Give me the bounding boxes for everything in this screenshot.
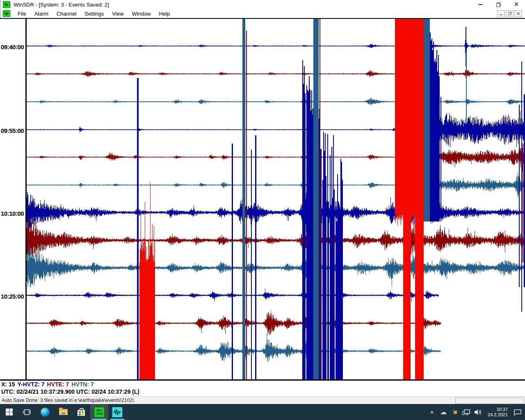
minimize-icon [478,4,483,5]
time-label: 10:10:00 [1,210,24,217]
edge-browser-button[interactable] [36,404,54,420]
menu-bar: FileAlarmChannelSettingsViewWindowHelp ✕ [0,9,525,18]
utc-time-line: UTC: 02/24/21 10:37:29.900 UTC: 02/24 10… [1,388,525,395]
channel-status-hvtz: HVTZ: 7 [23,381,45,388]
mdi-minimize-button[interactable] [497,10,505,17]
chevron-up-icon: ^ [430,410,434,416]
cursor-y-prefix: Y- [17,381,23,388]
winsdr-app-icon [3,1,10,8]
time-label: 09:55:00 [1,127,24,134]
windows-logo-icon [6,409,13,415]
seismogram-canvas[interactable] [27,19,525,379]
close-icon: ✕ [514,1,519,8]
menu-item-settings[interactable]: Settings [80,10,108,18]
file-explorer-button[interactable] [54,404,72,420]
menu-item-view[interactable]: View [108,10,128,18]
edge-icon [41,408,50,417]
time-gutter: 09:40:0009:55:0010:10:0010:25:00 [0,19,25,379]
mdi-minimize-icon [500,14,502,15]
start-button[interactable] [0,404,18,420]
menu-items: FileAlarmChannelSettingsViewWindowHelp [14,10,174,18]
cursor-status-line: X: 15Y-HVTZ: 7HVTE: 7HVTN: 7 [1,381,525,388]
waveform-app-button[interactable] [108,404,126,420]
clock-date: 24.2.2021 [488,412,508,418]
mdi-child-icon[interactable] [3,10,10,17]
time-label: 10:25:00 [1,293,24,300]
title-bar: WinSDR - [System: 3 - Events Saved: 2] ✕ [0,0,525,9]
channel-status-hvtn: HVTN: 7 [71,381,94,388]
menu-item-file[interactable]: File [14,10,30,18]
task-view-icon [23,409,31,416]
winsdr-window: { "window": { "title": "WinSDR - [System… [0,0,525,420]
window-title: WinSDR - [System: 3 - Events Saved: 2] [14,2,109,8]
network-tray-button[interactable] [461,406,471,418]
file-explorer-icon [59,409,68,415]
system-tray: ^ ☁ ✕ 10:37 24.2.2021 [427,404,525,420]
taskbar: WinSDR ^ ☁ ✕ 10:37 [0,404,525,420]
cloud-icon: ☁ [440,408,447,416]
tray-expand-button[interactable]: ^ [427,406,437,418]
status-bar: Auto Save Done: 3 files saved in e:\eart… [0,396,525,404]
autosave-status-text: Auto Save Done: 3 files saved in e:\eart… [2,397,135,403]
task-view-button[interactable] [18,404,36,420]
mdi-close-button[interactable]: ✕ [514,10,522,17]
close-button[interactable]: ✕ [507,0,525,9]
speaker-icon [474,409,482,416]
menu-item-channel[interactable]: Channel [52,10,80,18]
mdi-close-icon: ✕ [516,11,520,16]
notification-icon [514,409,522,416]
microsoft-store-button[interactable] [72,404,90,420]
mdi-restore-button[interactable] [506,10,514,17]
restore-icon [496,2,501,7]
x-orange-dot-icon: ✕ [452,409,458,415]
store-icon [78,410,85,416]
status-bar-pane [455,397,524,404]
action-center-button[interactable] [513,406,523,418]
winsdr-taskbar-button[interactable]: WinSDR [90,404,108,420]
waveform-app-icon [112,407,123,418]
clock-time: 10:37 [496,407,508,412]
menu-item-window[interactable]: Window [128,10,155,18]
restore-button[interactable] [489,0,507,9]
network-icon [462,409,470,416]
menu-item-alarm[interactable]: Alarm [30,10,52,18]
cursor-x-value: X: 15 [1,381,15,388]
winsdr-taskbar-icon: WinSDR [94,407,105,418]
time-label: 09:40:00 [1,43,24,50]
seismogram-panel: 09:40:0009:55:0010:10:0010:25:00 [0,18,525,381]
app-tray-button[interactable]: ✕ [450,406,460,418]
onedrive-tray-button[interactable]: ☁ [438,406,448,418]
mdi-restore-icon [508,12,511,15]
taskbar-clock[interactable]: 10:37 24.2.2021 [484,407,511,418]
cursor-status-area: X: 15Y-HVTZ: 7HVTE: 7HVTN: 7 UTC: 02/24/… [0,381,525,396]
channel-status-hvte: HVTE: 7 [47,381,69,388]
minimize-button[interactable] [471,0,489,9]
volume-tray-button[interactable] [473,406,483,418]
menu-item-help[interactable]: Help [155,10,174,18]
